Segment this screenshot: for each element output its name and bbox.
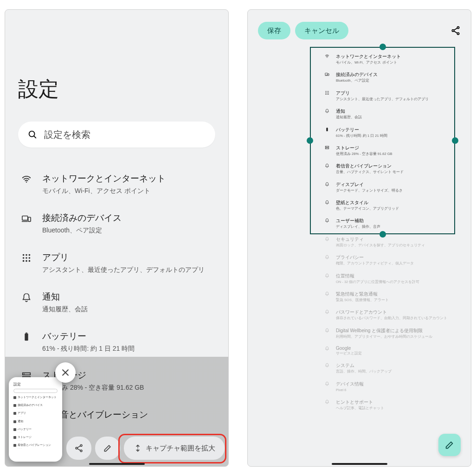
item-label: アプリ [42,251,213,264]
screenshot-thumbnail[interactable]: 設定 ネットワークとインターネット· · ·接続済みのデバイス· · ·アプリ·… [9,377,62,462]
settings-item-privacy: プライバシー 権限、アカウントアクティビティ、個人データ [324,251,455,270]
item-sub: モバイル、Wi‑Fi、アクセス ポイント [42,187,213,195]
about-icon [324,381,330,392]
privacy-icon [324,254,330,265]
expand-icon [134,444,142,452]
item-label: 緊急情報と緊急通報 [336,291,455,297]
item-sub: ON - 32 個のアプリに位置情報へのアクセスを許可 [336,280,455,284]
item-sub: 権限、アカウントアクティビティ、個人データ [336,261,455,265]
item-label: Digital Wellbeing と保護者による使用制限 [336,328,455,334]
thumbnail-row: 着信音とバイブレーション· · · [13,444,58,450]
thumbnail-row: ネットワークとインターネット· · · [13,396,58,402]
settings-item-bell[interactable]: 通知 通知履歴、会話 [18,283,215,322]
item-label: プライバシー [336,254,455,261]
item-label: ヒントとサポート [336,399,455,405]
item-label: 位置情報 [336,273,455,279]
expand-capture-button[interactable]: キャプチャ範囲を拡大 [124,437,225,460]
thumbnail-row: ストレージ· · · [13,436,58,442]
item-label: セキュリティ [336,236,455,243]
thumbnail-row: 通知· · · [13,420,58,426]
settings-item-wifi[interactable]: ネットワークとインターネット モバイル、Wi‑Fi、アクセス ポイント [18,164,215,204]
right-screenshot: 保存 キャンセル ネットワークとインターネット モバイル、Wi‑Fi、アクセス … [247,9,471,467]
item-sub: 利用時間、アプリタイマー、おやすみ時間のスケジュール [336,334,455,339]
search-input[interactable]: 設定を検索 [18,122,215,148]
thumbnail-row: バッテリー· · · [13,428,58,434]
settings-item-devices[interactable]: 接続済みのデバイス Bluetooth、ペア設定 [18,204,215,243]
thumbnail-row: 接続済みのデバイス· · · [13,404,58,410]
edit-fab[interactable] [438,434,461,456]
bell-icon [20,291,33,314]
devices-icon [20,212,33,235]
item-label: 着信音とバイブレーション [42,409,213,421]
item-sub: 言語、操作、時間、バックアップ [336,369,455,373]
item-sub: Bluetooth、ペア設定 [42,226,213,235]
share-icon[interactable] [450,26,461,36]
item-sub: サービスと設定 [336,351,455,355]
share-button[interactable] [66,437,91,460]
settings-item-apps[interactable]: アプリ アシスタント、最近使ったアプリ、デフォルトのアプリ [18,243,215,283]
crop-rectangle[interactable] [310,47,455,234]
item-sub: 保存されているパスワード、自動入力、同期されているアカウント [336,316,455,320]
item-label: ネットワークとインターネット [42,173,213,185]
screenshot-toolbar: キャプチャ範囲を拡大 [66,437,225,460]
settings-item-battery[interactable]: バッテリー 61% - 残り時間: 約 1 日 21 時間 [18,322,215,361]
settings-item-emerg: 緊急情報と緊急通報 緊急 SOS、医療情報、アラート [324,288,455,306]
item-label: 接続済みのデバイス [42,212,213,224]
item-sub: Pixel 6 [336,388,455,392]
settings-item-lock: セキュリティ 画面ロック、デバイスを探す、アプリのセキュリティ [324,233,455,251]
settings-item-key: パスワードとアカウント 保存されているパスワード、自動入力、同期されているアカウ… [324,306,455,324]
settings-item-help: ヒントとサポート ヘルプ記事、電話とチャット [324,396,455,414]
item-sub: 61% - 残り時間: 約 1 日 21 時間 [42,344,213,353]
thumbnail-search [13,389,58,393]
item-label: バッテリー [42,330,213,342]
item-sub: 使用済み 28% - 空き容量 91.62 GB [42,383,213,392]
settings-item-about: デバイス情報 Pixel 6 [324,378,455,396]
nav-pill [332,463,387,465]
nav-pill [89,463,145,465]
thumbnail-row: アプリ· · · [13,412,58,418]
battery-icon [20,330,33,353]
apps-icon [20,251,33,274]
item-sub: 緊急 SOS、医療情報、アラート [336,298,455,302]
location-icon [324,273,330,284]
lock-icon [324,236,330,247]
expand-capture-label: キャプチャ範囲を拡大 [146,444,215,453]
edit-button[interactable] [95,437,120,460]
item-label: パスワードとアカウント [336,309,455,315]
crop-handle-bottom[interactable] [380,231,386,238]
thumbnail-title: 設定 [13,382,58,387]
wifi-icon [20,173,33,195]
page-title: 設定 [18,76,215,103]
cancel-button[interactable]: キャンセル [295,22,348,39]
help-icon [324,399,330,410]
search-icon [27,129,38,140]
item-label: Google [336,346,455,351]
search-placeholder: 設定を検索 [44,129,90,141]
item-label: デバイス情報 [336,381,455,387]
settings-item-wellbe: Digital Wellbeing と保護者による使用制限 利用時間、アプリタイ… [324,325,455,343]
crop-handle-left[interactable] [307,137,313,144]
item-sub: 通知履歴、会話 [42,305,213,314]
system-icon [324,362,330,373]
settings-item-location: 位置情報 ON - 32 個のアプリに位置情報へのアクセスを許可 [324,270,455,288]
settings-item-system: システム 言語、操作、時間、バックアップ [324,360,455,378]
item-label: システム [336,362,455,369]
close-button[interactable] [55,362,76,383]
settings-item-google: Google サービスと設定 [324,343,455,360]
emerg-icon [324,291,330,302]
key-icon [324,309,330,320]
item-sub: ヘルプ記事、電話とチャット [336,406,455,410]
item-sub: 画面ロック、デバイスを探す、アプリのセキュリティ [336,243,455,247]
wellbe-icon [324,328,330,339]
crop-handle-right[interactable] [452,137,458,144]
crop-handle-top[interactable] [380,44,386,50]
google-icon [324,346,330,355]
item-sub: アシスタント、最近使ったアプリ、デフォルトのアプリ [42,265,213,274]
item-label: 通知 [42,291,213,303]
save-button[interactable]: 保存 [258,22,290,39]
left-screenshot: 設定 設定を検索 ネットワークとインターネット モバイル、Wi‑Fi、アクセス … [5,9,229,467]
